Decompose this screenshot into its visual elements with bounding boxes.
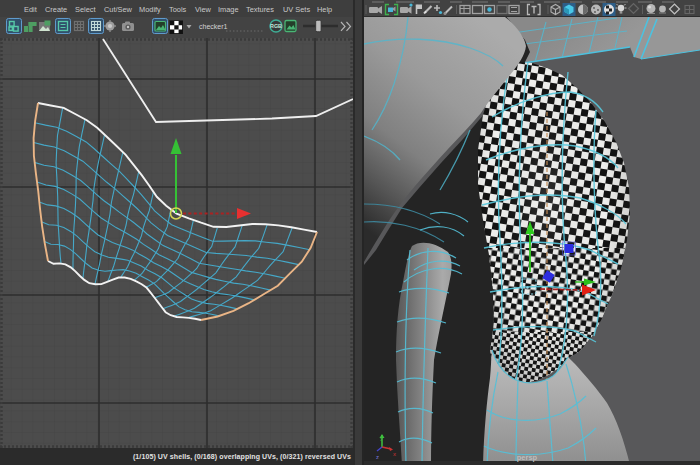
svg-text:y: y	[380, 435, 383, 441]
svg-text:z: z	[376, 454, 379, 460]
svg-text:RGB: RGB	[270, 23, 282, 29]
svg-text:persp: persp	[517, 453, 538, 462]
svg-text:checker1: checker1	[199, 23, 228, 30]
svg-text:x: x	[393, 451, 396, 457]
